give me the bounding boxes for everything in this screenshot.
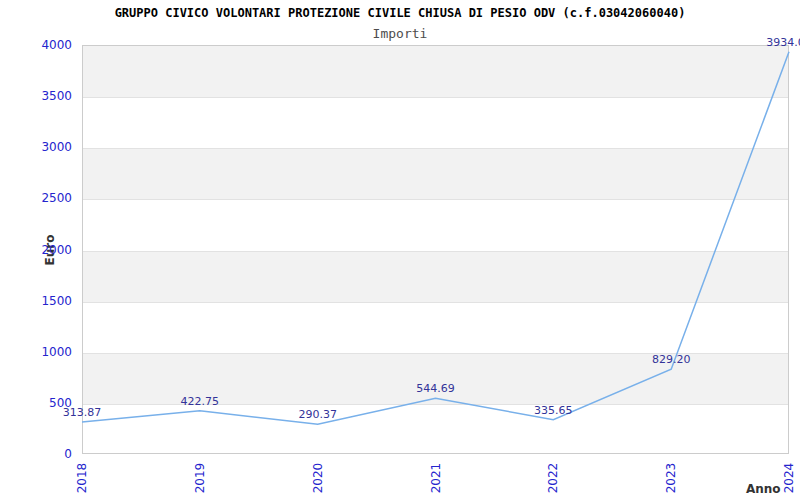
data-point-label: 290.37 bbox=[278, 408, 358, 421]
y-axis-tick-label: 4000 bbox=[0, 38, 72, 52]
y-axis-tick-label: 3000 bbox=[0, 140, 72, 154]
gridline bbox=[83, 302, 789, 303]
plot-band bbox=[83, 302, 789, 353]
x-axis-tick-label: 2024 bbox=[782, 461, 796, 495]
gridline bbox=[83, 148, 789, 149]
gridline bbox=[83, 251, 789, 252]
data-point-label: 3934.00 bbox=[749, 36, 800, 49]
data-point-label: 335.65 bbox=[513, 404, 593, 417]
x-axis-tick-label: 2021 bbox=[429, 461, 443, 495]
x-axis-tick-label: 2020 bbox=[311, 461, 325, 495]
data-point-label: 544.69 bbox=[396, 382, 476, 395]
y-axis-tick-label: 1500 bbox=[0, 294, 72, 308]
chart-canvas: GRUPPO CIVICO VOLONTARI PROTEZIONE CIVIL… bbox=[0, 0, 800, 500]
data-point-label: 422.75 bbox=[160, 395, 240, 408]
y-axis-tick-label: 1000 bbox=[0, 345, 72, 359]
chart-subtitle: Importi bbox=[0, 26, 800, 41]
plot-band bbox=[83, 97, 789, 148]
y-axis-tick-label: 3500 bbox=[0, 89, 72, 103]
data-point-label: 829.20 bbox=[631, 353, 711, 366]
plot-band bbox=[83, 199, 789, 250]
gridline bbox=[83, 199, 789, 200]
y-axis-tick-label: 2000 bbox=[0, 243, 72, 257]
x-axis-tick-label: 2022 bbox=[546, 461, 560, 495]
x-axis-tick-label: 2018 bbox=[75, 461, 89, 495]
gridline bbox=[83, 97, 789, 98]
x-axis-tick-label: 2019 bbox=[193, 461, 207, 495]
chart-title: GRUPPO CIVICO VOLONTARI PROTEZIONE CIVIL… bbox=[0, 6, 800, 20]
plot-band bbox=[83, 46, 789, 97]
y-axis-tick-label: 0 bbox=[0, 447, 72, 461]
x-axis-tick-label: 2023 bbox=[664, 461, 678, 495]
plot-band bbox=[83, 251, 789, 302]
plot-band bbox=[83, 404, 789, 454]
plot-band bbox=[83, 148, 789, 199]
data-point-label: 313.87 bbox=[42, 406, 122, 419]
x-axis-title: Anno bbox=[746, 482, 781, 496]
y-axis-tick-label: 2500 bbox=[0, 191, 72, 205]
